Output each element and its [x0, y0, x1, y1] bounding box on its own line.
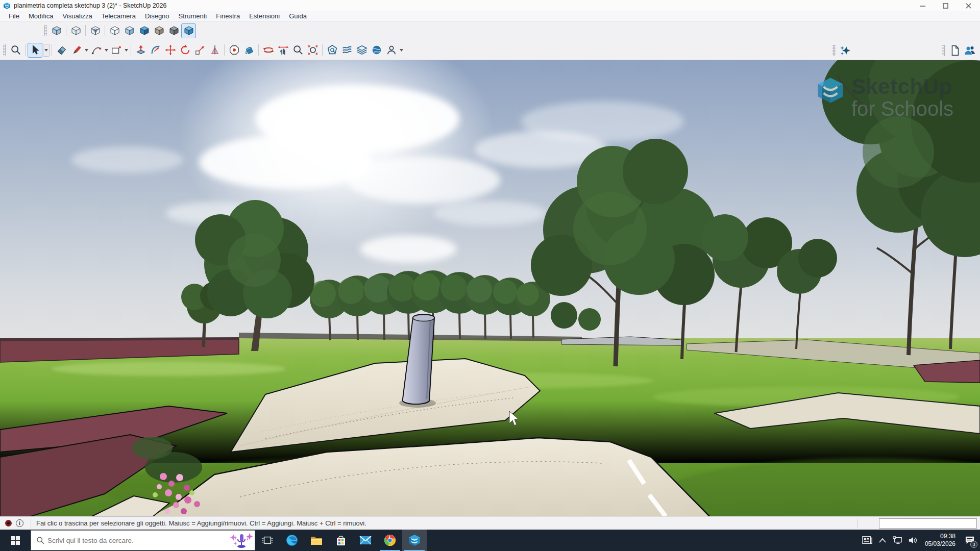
pan-tool-button[interactable]	[276, 43, 290, 58]
menu-file[interactable]: File	[4, 11, 24, 21]
app-mail[interactable]	[353, 530, 378, 551]
extension-warehouse-button[interactable]	[339, 43, 354, 58]
menu-finestra[interactable]: Finestra	[211, 11, 244, 21]
sketchup-icon	[408, 534, 421, 547]
maximize-button[interactable]	[934, 0, 957, 11]
volume-icon[interactable]	[905, 530, 921, 551]
line-tool-dropdown[interactable]	[84, 43, 89, 58]
notification-badge: 3	[970, 541, 977, 548]
start-button[interactable]	[0, 530, 31, 551]
zoom-extents-icon	[307, 44, 318, 56]
paint-bucket-tool-button[interactable]	[241, 43, 256, 58]
rotate-icon	[180, 44, 191, 56]
style-hidden-line-button[interactable]	[107, 23, 122, 38]
new-document-button[interactable]	[947, 43, 962, 58]
app-chrome[interactable]	[378, 530, 402, 551]
tags-button[interactable]	[354, 43, 369, 58]
scale-tool-button[interactable]	[192, 43, 207, 58]
zoom-tool-button[interactable]	[290, 43, 305, 58]
line-tool-button[interactable]	[69, 43, 84, 58]
hidden-icons-chevron[interactable]	[875, 530, 890, 551]
axes-tool-button[interactable]	[207, 43, 222, 58]
network-icon[interactable]	[890, 530, 905, 551]
clock[interactable]: 09:38 05/03/2026	[921, 533, 960, 548]
style-dark-monochrome-button[interactable]	[166, 23, 181, 38]
toolbar-grip[interactable]	[3, 44, 6, 56]
style-monochrome-button[interactable]	[152, 23, 166, 38]
sparkle-icon	[839, 44, 851, 57]
menu-estensioni[interactable]: Estensioni	[244, 11, 284, 21]
move-tool-button[interactable]	[163, 43, 178, 58]
arc-icon	[91, 44, 102, 56]
extension-warehouse-icon	[341, 44, 353, 56]
rectangle-tool-button[interactable]	[109, 43, 124, 58]
position-camera-icon	[229, 44, 240, 56]
arc-tool-button[interactable]	[89, 43, 104, 58]
system-tray: 09:38 05/03/2026 3	[860, 530, 980, 551]
account-dropdown[interactable]	[399, 43, 404, 58]
news-widget-icon[interactable]	[860, 530, 875, 551]
model-viewport[interactable]: SketchUp for Schools	[0, 60, 980, 516]
people-icon	[964, 44, 976, 57]
close-button[interactable]	[957, 0, 980, 11]
select-tool-button[interactable]	[28, 43, 42, 58]
tags-layers-icon	[356, 44, 368, 56]
eraser-tool-button[interactable]	[54, 43, 69, 58]
info-icon[interactable]: i	[16, 519, 23, 527]
measurement-input[interactable]	[879, 518, 977, 529]
status-hint: Fai clic o trascina per selezionare gli …	[36, 519, 366, 527]
style-shaded-textures-button[interactable]	[137, 23, 152, 38]
style-xray-button[interactable]	[49, 23, 64, 38]
geolocation-icon[interactable]	[5, 520, 12, 527]
task-view-button[interactable]	[255, 530, 280, 551]
windows-logo-icon	[11, 536, 20, 545]
select-tool-dropdown[interactable]	[43, 44, 50, 57]
add-location-icon	[371, 44, 382, 56]
document-icon	[949, 45, 961, 56]
taskbar-search[interactable]	[31, 530, 255, 550]
menu-strumenti[interactable]: Strumenti	[174, 11, 212, 21]
collaborate-button[interactable]	[962, 43, 977, 58]
notification-center-button[interactable]: 3	[960, 530, 980, 551]
chrome-icon	[383, 534, 397, 547]
style-back-edges-button[interactable]	[68, 23, 83, 38]
style-wireframe-button[interactable]	[88, 23, 103, 38]
ai-assistant-button[interactable]	[838, 43, 852, 58]
app-file-explorer[interactable]	[304, 530, 329, 551]
toolbar-grip[interactable]	[942, 45, 945, 56]
add-location-button[interactable]	[369, 43, 384, 58]
minimize-button[interactable]	[911, 0, 934, 11]
rectangle-tool-dropdown[interactable]	[124, 43, 129, 58]
account-button[interactable]	[384, 43, 399, 58]
search-tool-button[interactable]	[8, 43, 23, 58]
menu-guida[interactable]: Guida	[284, 11, 311, 21]
toolbar-grip[interactable]	[44, 25, 47, 36]
sketchup-logo-icon	[3, 2, 11, 10]
styles-toolbar	[0, 21, 980, 40]
menu-modifica[interactable]: Modifica	[24, 11, 58, 21]
toolbar-grip[interactable]	[832, 45, 836, 56]
orbit-tool-button[interactable]	[261, 43, 276, 58]
zoom-extents-tool-button[interactable]	[305, 43, 320, 58]
app-store[interactable]	[329, 530, 353, 551]
style-textured-button[interactable]	[181, 23, 196, 38]
window-title: planimetria completa sketchup 3 (2)* - S…	[14, 2, 166, 9]
store-icon	[335, 534, 347, 546]
rotate-tool-button[interactable]	[178, 43, 192, 58]
style-shaded-button[interactable]	[122, 23, 137, 38]
position-camera-tool-button[interactable]	[227, 43, 241, 58]
pencil-icon	[71, 44, 82, 56]
menu-disegno[interactable]: Disegno	[140, 11, 174, 21]
menu-visualizza[interactable]: Visualizza	[58, 11, 96, 21]
app-sketchup[interactable]	[402, 530, 427, 551]
select-arrow-icon	[30, 44, 41, 56]
menu-telecamera[interactable]: Telecamera	[97, 11, 140, 21]
arc-tool-dropdown[interactable]	[104, 43, 109, 58]
offset-tool-button[interactable]	[148, 43, 163, 58]
rectangle-icon	[111, 44, 122, 56]
push-pull-tool-button[interactable]	[133, 43, 148, 58]
taskbar: 09:38 05/03/2026 3	[0, 530, 980, 551]
search-input[interactable]	[44, 536, 229, 545]
app-edge[interactable]	[280, 530, 304, 551]
warehouse-3d-button[interactable]	[325, 43, 339, 58]
